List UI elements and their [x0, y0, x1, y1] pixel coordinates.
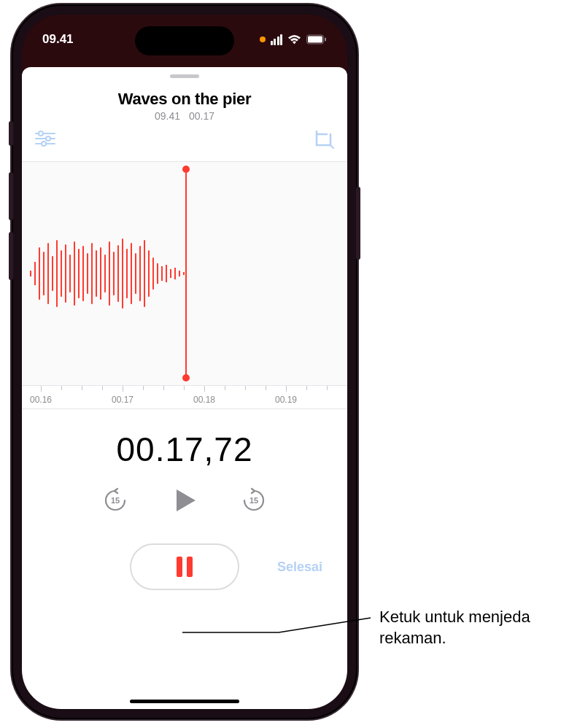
trim-icon[interactable]	[314, 131, 334, 152]
volume-down-button	[9, 232, 13, 280]
side-button	[9, 121, 13, 146]
current-time: 00.17,72	[22, 430, 347, 469]
home-indicator[interactable]	[130, 700, 239, 703]
svg-point-4	[39, 131, 43, 136]
power-button	[356, 187, 360, 260]
done-button[interactable]: Selesai	[271, 559, 322, 575]
svg-point-6	[46, 136, 50, 141]
waveform[interactable]	[22, 161, 347, 386]
skip-forward-button[interactable]: 15	[241, 487, 267, 514]
options-icon[interactable]	[35, 131, 55, 152]
callout-text: Ketuk untuk menjeda rekaman.	[379, 607, 530, 648]
svg-point-8	[42, 142, 46, 146]
recording-time-created: 09.41	[155, 110, 180, 122]
pause-button[interactable]	[130, 543, 239, 590]
ruler-label: 00.16	[30, 395, 52, 405]
skip-back-button[interactable]: 15	[102, 487, 128, 514]
recording-meta: 09.41 00.17	[22, 110, 347, 122]
callout-line1: Ketuk untuk menjeda	[379, 608, 530, 626]
svg-rect-1	[308, 36, 322, 43]
wifi-icon	[287, 34, 301, 44]
ruler-label: 00.17	[112, 395, 134, 405]
play-button[interactable]	[169, 485, 200, 516]
ruler-label: 00.19	[275, 395, 297, 405]
recording-title[interactable]: Waves on the pier	[22, 90, 347, 109]
recording-duration: 00.17	[189, 110, 214, 122]
battery-icon	[306, 34, 327, 44]
pause-icon	[177, 557, 193, 577]
callout-line2: rekaman.	[379, 629, 446, 647]
volume-up-button	[9, 172, 13, 220]
dynamic-island	[135, 26, 234, 55]
skip-back-label: 15	[102, 487, 128, 514]
time-ruler[interactable]: 00.16 00.17 00.18 00.19	[22, 386, 347, 409]
playhead[interactable]	[185, 169, 187, 378]
recording-indicator-icon	[260, 36, 266, 42]
cellular-icon	[271, 34, 283, 45]
sheet-grabber[interactable]	[170, 74, 199, 78]
callout-line	[182, 600, 372, 644]
status-time: 09.41	[42, 32, 74, 47]
svg-rect-2	[325, 38, 326, 42]
ruler-label: 00.18	[193, 395, 215, 405]
skip-forward-label: 15	[241, 487, 267, 514]
transport-controls: 15 15	[22, 485, 347, 516]
